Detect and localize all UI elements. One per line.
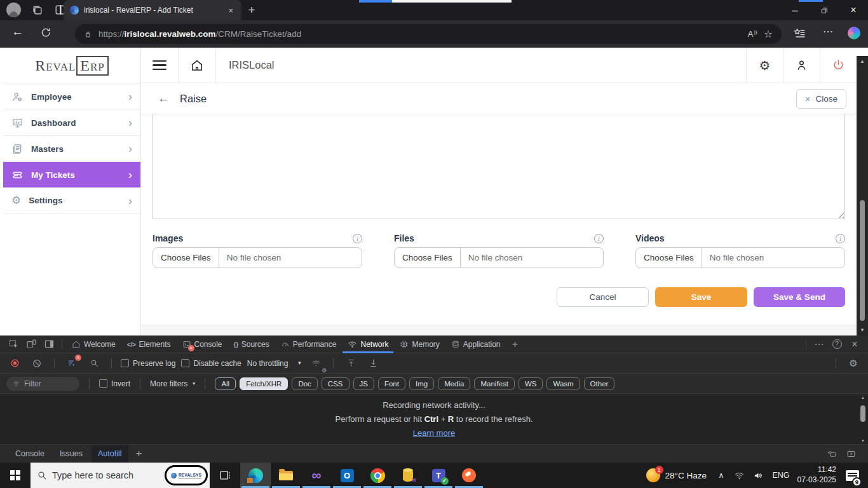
notification-center-button[interactable]: 9 bbox=[839, 463, 865, 488]
taskbar-visual-studio-icon[interactable]: ∞ bbox=[301, 463, 332, 488]
drawer-tab-issues[interactable]: Issues bbox=[53, 445, 89, 463]
chip-other[interactable]: Other bbox=[584, 377, 615, 390]
network-filter-field[interactable] bbox=[6, 377, 79, 391]
chip-js[interactable]: JS bbox=[353, 377, 374, 390]
disable-cache-checkbox[interactable] bbox=[181, 359, 189, 367]
drawer-tab-console[interactable]: Console bbox=[9, 445, 51, 463]
devtools-tab-application[interactable]: Application bbox=[446, 336, 506, 353]
window-close-button[interactable]: × bbox=[839, 0, 868, 20]
more-filters-dropdown[interactable]: More filters ▾ bbox=[150, 379, 195, 388]
revalsys-search-badge[interactable]: REVALSYS bbox=[165, 465, 208, 485]
browser-back-button[interactable]: ← bbox=[11, 25, 24, 39]
chip-ws[interactable]: WS bbox=[519, 377, 543, 390]
devtools-scroll-up-arrow[interactable]: ▲ bbox=[859, 395, 867, 400]
show-hidden-icons-button[interactable]: ∧ bbox=[713, 463, 729, 488]
devtools-tab-memory[interactable]: Memory bbox=[395, 336, 444, 353]
export-har-icon[interactable] bbox=[365, 356, 381, 371]
device-toolbar-icon[interactable] bbox=[23, 337, 39, 352]
choose-files-button[interactable]: Choose Files bbox=[636, 253, 702, 262]
scrollbar-down-arrow[interactable]: ▼ bbox=[857, 327, 868, 333]
task-view-button[interactable] bbox=[210, 463, 240, 488]
devtools-tab-performance[interactable]: Performance bbox=[276, 336, 342, 353]
volume-tray-icon[interactable] bbox=[749, 463, 768, 488]
devtools-tab-welcome[interactable]: Welcome bbox=[67, 336, 121, 353]
import-har-icon[interactable] bbox=[342, 356, 359, 371]
window-restore-button[interactable] bbox=[810, 0, 839, 20]
dock-side-icon[interactable] bbox=[41, 337, 57, 352]
browser-refresh-button[interactable] bbox=[39, 27, 51, 39]
invert-checkbox[interactable] bbox=[99, 379, 107, 388]
preserve-log-control[interactable]: Preserve log bbox=[121, 359, 175, 368]
home-button[interactable] bbox=[179, 48, 216, 83]
ticket-description-textarea[interactable] bbox=[153, 114, 845, 219]
devtools-scroll-down-arrow[interactable]: ▼ bbox=[859, 438, 867, 443]
learn-more-link[interactable]: Learn more bbox=[413, 428, 455, 438]
start-button[interactable] bbox=[0, 463, 31, 488]
chip-manifest[interactable]: Manifest bbox=[474, 377, 514, 390]
taskbar-database-tool-icon[interactable] bbox=[393, 463, 423, 488]
choose-files-button[interactable]: Choose Files bbox=[395, 253, 460, 262]
taskbar-chrome-icon[interactable] bbox=[362, 463, 393, 488]
network-filter-toggle-icon[interactable]: × bbox=[64, 356, 80, 371]
devtools-scrollbar-thumb[interactable] bbox=[860, 405, 865, 422]
network-tray-icon[interactable] bbox=[729, 463, 749, 488]
back-arrow-icon[interactable]: ← bbox=[158, 92, 170, 105]
info-icon[interactable]: i bbox=[353, 234, 362, 243]
drawer-undock-icon[interactable] bbox=[824, 446, 840, 461]
images-file-input[interactable]: Choose Files No file chosen bbox=[153, 247, 362, 268]
taskbar-edge-icon[interactable] bbox=[240, 463, 271, 488]
devtools-tab-sources[interactable]: {} Sources bbox=[229, 336, 275, 353]
taskbar-outlook-icon[interactable]: O bbox=[332, 463, 362, 488]
clear-network-log-button[interactable] bbox=[29, 356, 45, 371]
scrollbar-up-arrow[interactable]: ▲ bbox=[857, 58, 868, 64]
info-icon[interactable]: i bbox=[836, 234, 845, 243]
window-minimize-button[interactable]: ─ bbox=[780, 0, 810, 20]
chip-media[interactable]: Media bbox=[438, 377, 470, 390]
record-network-log-button[interactable] bbox=[6, 356, 23, 371]
videos-file-input[interactable]: Choose Files No file chosen bbox=[635, 247, 845, 268]
devtools-close-icon[interactable]: × bbox=[846, 337, 863, 352]
url-bar[interactable]: https://irislocal.revalweb.com/CRM/Raise… bbox=[75, 24, 782, 44]
chip-font[interactable]: Font bbox=[378, 377, 405, 390]
app-settings-button[interactable]: ⚙ bbox=[746, 48, 783, 83]
tab-close-icon[interactable]: × bbox=[226, 6, 235, 15]
chip-fetch-xhr[interactable]: Fetch/XHR bbox=[240, 377, 288, 390]
weather-widget[interactable]: 1 28°C Haze bbox=[640, 463, 713, 488]
language-indicator[interactable]: ENG bbox=[768, 463, 794, 488]
sidebar-item-my-tickets[interactable]: My Tickets › bbox=[3, 161, 140, 187]
read-aloud-icon[interactable]: A)) bbox=[748, 29, 757, 39]
taskbar-file-explorer-icon[interactable] bbox=[271, 463, 301, 488]
devtools-scrollbar[interactable]: ▲ ▼ bbox=[859, 395, 867, 443]
chip-all[interactable]: All bbox=[215, 377, 236, 390]
disable-cache-control[interactable]: Disable cache bbox=[181, 359, 241, 368]
throttling-dropdown[interactable]: No throttling ▼ bbox=[247, 359, 302, 368]
sidebar-item-employee[interactable]: Employee › bbox=[3, 83, 140, 109]
close-page-button[interactable]: × Close bbox=[796, 89, 846, 109]
hamburger-menu-button[interactable] bbox=[141, 48, 179, 83]
network-conditions-icon[interactable]: ⚙ bbox=[308, 356, 324, 371]
network-search-icon[interactable] bbox=[86, 356, 102, 371]
page-scrollbar[interactable]: ▲ ▼ bbox=[857, 56, 868, 336]
taskbar-search-box[interactable]: REVALSYS bbox=[31, 463, 210, 488]
browser-profile-avatar[interactable] bbox=[6, 3, 21, 17]
browser-menu-icon[interactable]: ⋯ bbox=[823, 25, 833, 37]
cancel-button[interactable]: Cancel bbox=[557, 287, 649, 307]
drawer-expand-icon[interactable] bbox=[843, 446, 859, 461]
chip-css[interactable]: CSS bbox=[322, 377, 349, 390]
sidebar-item-masters[interactable]: Masters › bbox=[3, 135, 140, 161]
save-button[interactable]: Save bbox=[655, 287, 747, 307]
devtools-tab-elements[interactable]: </> Elements bbox=[122, 336, 176, 353]
network-settings-gear-icon[interactable]: ⚙ bbox=[845, 356, 862, 371]
choose-files-button[interactable]: Choose Files bbox=[153, 253, 219, 262]
workspaces-icon[interactable] bbox=[31, 4, 44, 17]
drawer-more-tabs-button[interactable]: + bbox=[131, 447, 147, 460]
scrollbar-thumb[interactable] bbox=[860, 200, 865, 321]
copilot-icon[interactable] bbox=[848, 27, 860, 39]
profile-button[interactable] bbox=[783, 48, 820, 83]
sidebar-item-dashboard[interactable]: Dashboard › bbox=[3, 109, 140, 135]
inspect-element-icon[interactable] bbox=[5, 337, 22, 352]
logout-button[interactable] bbox=[820, 48, 857, 83]
devtools-help-icon[interactable]: ? bbox=[829, 337, 845, 352]
browser-tab[interactable]: irislocal - RevalERP - Add Ticket × bbox=[64, 0, 241, 20]
favorites-list-icon[interactable] bbox=[793, 27, 806, 40]
